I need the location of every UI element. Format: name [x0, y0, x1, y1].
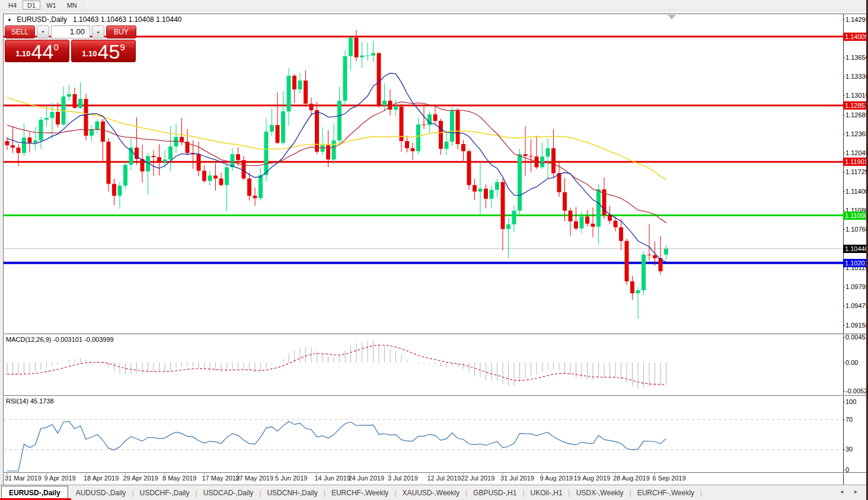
ohlc-quotes: 1.10463 1.10463 1.10408 1.10440	[73, 15, 182, 24]
level-chip-resistance-2[interactable]: 1.12851	[843, 101, 868, 110]
tab-separator: |	[324, 489, 326, 497]
date-axis-label: 17 May 2019	[202, 475, 240, 482]
volume-decrease-button[interactable]: ▾	[37, 25, 49, 39]
date-axis-label: 29 Apr 2019	[123, 475, 158, 482]
rsi-indicator-label: RSI(14) 45.1738	[6, 398, 54, 405]
macd-pane-separator[interactable]	[3, 334, 868, 335]
date-axis-label: 9 Apr 2019	[44, 475, 76, 482]
date-axis-label: 24 Jun 2019	[349, 475, 385, 482]
sell-price-big: 44	[31, 43, 54, 60]
sell-price-prefix: 1.10	[15, 49, 30, 58]
toolbar-divider	[87, 1, 87, 9]
tab-separator: |	[522, 489, 524, 497]
tab-separator: |	[259, 489, 261, 497]
price-axis-tick-label: 1.12365	[845, 130, 868, 137]
one-click-trading-panel: SELL ▾ 1.00 ▴ BUY 1.10 44 0 1.10 45 9	[5, 25, 136, 62]
level-chip-support-2[interactable]: 1.10201	[843, 259, 868, 267]
date-axis-label: 18 Apr 2019	[84, 475, 119, 482]
price-axis-tick-label: 1.12685	[845, 111, 868, 118]
sell-price-tile[interactable]: 1.10 44 0	[5, 40, 69, 62]
volume-increase-button[interactable]: ▴	[92, 25, 104, 39]
price-axis-tick-label: 1.12045	[845, 149, 868, 156]
date-axis-label: 6 Sep 2019	[653, 475, 686, 482]
timeframe-toolbar: H4D1W1MN	[0, 0, 868, 10]
macd-axis-tick-label: 0.00	[845, 359, 858, 366]
tab-separator: |	[465, 489, 467, 497]
rsi-pane-separator[interactable]	[3, 395, 868, 396]
level-chip-support-1[interactable]: 1.11000	[843, 211, 868, 220]
level-chip-resistance-3[interactable]: 1.11901	[843, 158, 868, 166]
timeframe-button-w1[interactable]: W1	[42, 1, 61, 9]
date-axis-label: 31 Mar 2019	[5, 475, 42, 482]
buy-price-tile[interactable]: 1.10 45 9	[71, 40, 136, 62]
level-chip-current-price[interactable]: 1.10440	[843, 245, 868, 253]
tab-scroll-arrows[interactable]: ◂ ▸	[840, 488, 862, 495]
sell-button[interactable]: SELL	[5, 25, 35, 39]
chart-tab-usdcad-daily[interactable]: USDCAD-,Daily	[198, 487, 259, 499]
collapse-triangle-icon[interactable]: ▲	[7, 17, 12, 22]
timeframe-button-mn[interactable]: MN	[62, 1, 82, 9]
date-axis-separator	[3, 472, 868, 473]
macd-axis-tick-label: -0.005205	[845, 387, 868, 395]
date-axis-label: 9 Aug 2019	[540, 475, 573, 482]
date-axis-label: 27 May 2019	[236, 475, 274, 482]
price-axis-tick-label: 1.14295	[845, 16, 868, 23]
buy-price-big: 45	[98, 43, 120, 60]
buy-price-sup: 9	[120, 43, 125, 52]
chart-tab-ukoil-h1[interactable]: UKOil-,H1	[525, 487, 568, 499]
date-axis-label: 14 Jun 2019	[315, 475, 351, 482]
level-chip-resistance-1[interactable]: 1.14009	[843, 33, 868, 41]
price-axis-tick-label: 1.10760	[845, 226, 868, 233]
price-axis-tick-label: 1.09475	[845, 302, 868, 309]
chart-tab-bar: EURUSD-,DailyAUDUSD-,Daily|USDCHF-,Daily…	[0, 485, 868, 500]
chart-title: ▲ EURUSD-,Daily 1.10463 1.10463 1.10408 …	[7, 15, 181, 24]
price-axis-tick-label: 1.13330	[845, 73, 868, 80]
price-axis-tick-label: 1.09150	[845, 322, 868, 329]
chart-tab-gbpusd-h1[interactable]: GBPUSD-,H1	[468, 487, 522, 499]
volume-input[interactable]: 1.00	[51, 25, 90, 39]
tab-separator: |	[196, 489, 197, 497]
tab-separator: |	[394, 489, 396, 497]
timeframe-button-d1[interactable]: D1	[23, 1, 40, 9]
chart-tab-audusd-daily[interactable]: AUDUSD-,Daily	[71, 487, 132, 499]
buy-price-prefix: 1.10	[82, 49, 97, 58]
macd-indicator-label: MACD(12,26,9) -0.003101 -0.003999	[6, 336, 114, 343]
price-axis-tick-label: 1.13010	[845, 92, 868, 99]
date-axis-label: 19 Aug 2019	[574, 475, 611, 482]
date-axis-label: 5 Jun 2019	[275, 475, 307, 482]
rsi-axis-tick-label: 30	[845, 445, 853, 453]
date-axis-label: 3 Jul 2019	[388, 475, 418, 482]
tab-separator: |	[132, 489, 133, 497]
rsi-axis-tick-label: 100	[845, 398, 856, 405]
date-axis-label: 22 Jul 2019	[461, 475, 495, 482]
date-axis-label: 28 Aug 2019	[613, 475, 650, 482]
tab-separator: |	[630, 489, 631, 497]
price-axis-tick-label: 1.11400	[845, 188, 868, 195]
date-axis-label: 8 May 2019	[162, 475, 196, 482]
date-axis-label: 12 Jul 2019	[427, 475, 461, 482]
rsi-axis-tick-label: 70	[845, 416, 853, 423]
chart-tab-usdchf-daily[interactable]: USDCHF-,Daily	[135, 487, 195, 499]
tab-separator: |	[569, 489, 570, 497]
tab-separator: |	[700, 489, 702, 497]
timeframe-button-h4[interactable]: H4	[4, 1, 21, 9]
chart-tab-eurchf-weekly[interactable]: EURCHF-,Weekly	[326, 487, 394, 499]
buy-button[interactable]: BUY	[106, 25, 136, 39]
rsi-pane[interactable]	[4, 396, 843, 472]
chart-tab-xauusd-weekly[interactable]: XAUUSD-,Weekly	[397, 487, 464, 499]
price-axis-tick-label: 1.09795	[845, 283, 868, 290]
macd-pane[interactable]	[4, 335, 843, 395]
price-axis-tick-label: 1.13650	[845, 54, 868, 61]
chart-tab-usdcnh-daily[interactable]: USDCNH-,Daily	[261, 487, 323, 499]
chart-tab-eurchf-weekly[interactable]: EURCHF-,Weekly	[632, 487, 700, 499]
symbol-name: EURUSD-,Daily	[17, 15, 67, 24]
sell-price-sup: 0	[53, 43, 58, 52]
date-axis-label: 31 Jul 2019	[500, 475, 534, 482]
chart-tab-usdx-weekly[interactable]: USDX-,Weekly	[571, 487, 629, 499]
price-axis-tick-label: 1.11725	[845, 168, 868, 175]
